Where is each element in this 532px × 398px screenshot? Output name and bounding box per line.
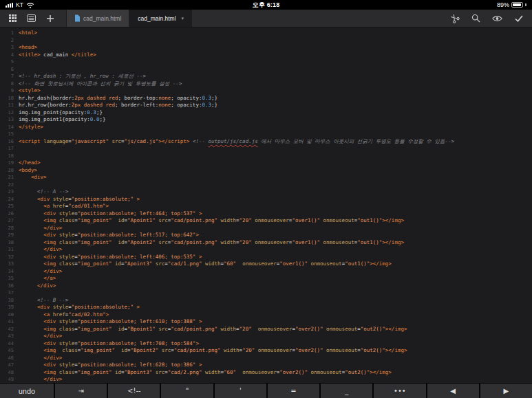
- key-move-left[interactable]: ◀: [427, 384, 479, 398]
- grid-icon[interactable]: [3, 10, 22, 27]
- key-tab[interactable]: ⇥: [55, 384, 107, 398]
- key-comment-open[interactable]: <!--: [108, 384, 160, 398]
- cellular-signal-icon: [6, 3, 13, 8]
- code-line-text: <!-- A -->: [19, 188, 68, 196]
- key-underscore[interactable]: _: [321, 384, 372, 398]
- preview-eye-icon[interactable]: [487, 10, 508, 27]
- code-line[interactable]: 39 <div style="position:absolute;" >: [0, 304, 532, 311]
- search-icon[interactable]: [465, 10, 487, 27]
- code-line[interactable]: 10hr.hr_dash{border:2px dashed red; bord…: [0, 95, 532, 102]
- code-line[interactable]: 22: [0, 181, 532, 189]
- code-line[interactable]: 18: [0, 153, 532, 160]
- code-line[interactable]: 45 <img class="img_point" id="Bpoint2" s…: [0, 347, 532, 355]
- line-number: 11: [0, 102, 19, 109]
- line-number: 24: [0, 196, 19, 203]
- line-number: 35: [0, 275, 19, 283]
- code-line[interactable]: 7<!-- hr_dash : 가로선 , hr_row : 세로선 -->: [0, 73, 532, 80]
- key-more[interactable]: •••: [374, 384, 425, 398]
- code-line[interactable]: 41 <div style="position:absolute; left:6…: [0, 318, 532, 326]
- code-line[interactable]: 11hr.hr_row{border:2px dashed red; borde…: [0, 102, 532, 109]
- key-single-quote[interactable]: ': [215, 384, 266, 398]
- code-line[interactable]: 20<body>: [0, 167, 532, 175]
- code-line[interactable]: 32 <div style="position:absolute; left:4…: [0, 254, 532, 261]
- scissors-icon[interactable]: [444, 10, 465, 27]
- code-line[interactable]: 29 <div style="position:absolute; left:5…: [0, 232, 532, 239]
- code-line[interactable]: 37: [0, 289, 532, 297]
- code-line[interactable]: 5: [0, 58, 532, 66]
- battery-icon: [511, 2, 523, 8]
- code-line-text: </style>: [19, 124, 43, 131]
- code-line[interactable]: 28 </div>: [0, 225, 532, 232]
- check-icon[interactable]: [508, 10, 529, 27]
- code-line[interactable]: 35 </a>: [0, 275, 532, 283]
- code-line[interactable]: 23 <!-- A -->: [0, 188, 532, 196]
- code-line[interactable]: 31 </div>: [0, 246, 532, 254]
- code-line[interactable]: 46 </div>: [0, 355, 532, 362]
- code-line[interactable]: 21 <div>: [0, 174, 532, 181]
- line-number: 31: [0, 246, 19, 254]
- tab-bar: cad_main.html cad_main.html ▾: [66, 10, 192, 27]
- code-line-text: </a>: [19, 275, 56, 283]
- code-line-text: </div>: [19, 268, 62, 276]
- code-line[interactable]: 14</style>: [0, 124, 532, 131]
- code-line[interactable]: 1<html>: [0, 30, 532, 37]
- code-line[interactable]: 47 <div style="position:absolute; left:6…: [0, 362, 532, 369]
- code-line[interactable]: 40 <a href="cad/02.htm">: [0, 311, 532, 319]
- code-line[interactable]: 30 <img class="img_point" id="Apoint2" s…: [0, 239, 532, 247]
- code-line-text: img.img_point1{opacity:0.0;}: [19, 116, 105, 124]
- code-line[interactable]: 43 </div>: [0, 333, 532, 340]
- code-line-text: <img class="img_point" id="Apoint1" src=…: [19, 217, 404, 225]
- code-line-text: <img class="img_point" id="Bpoint2" src=…: [19, 347, 407, 355]
- code-line[interactable]: 16<script language="javascript" src="js/…: [0, 138, 532, 146]
- code-line[interactable]: 44 <div style="position:absolute; left:7…: [0, 340, 532, 348]
- code-line[interactable]: 13img.img_point1{opacity:0.0;}: [0, 116, 532, 124]
- tab-cad-main-1[interactable]: cad_main.html: [66, 10, 129, 27]
- line-number: 44: [0, 340, 19, 348]
- add-tab-icon[interactable]: [41, 10, 59, 27]
- code-line-text: <div style="position:absolute;" >: [19, 196, 140, 203]
- file-list-icon[interactable]: [22, 10, 41, 27]
- code-line-text: </div>: [19, 225, 62, 232]
- line-number: 4: [0, 52, 19, 59]
- code-line[interactable]: 33 <img class="img_point" id="Apoint3" s…: [0, 261, 532, 268]
- code-line[interactable]: 26 <div style="position:absolute; left:4…: [0, 210, 532, 218]
- line-number: 38: [0, 297, 19, 305]
- code-line[interactable]: 24 <div style="position:absolute;" >: [0, 196, 532, 203]
- status-bar: KT 오후 6:18 89%: [0, 0, 532, 10]
- code-line[interactable]: 17: [0, 145, 532, 153]
- line-number: 40: [0, 311, 19, 319]
- code-line[interactable]: 12img.img_point{opacity:0.3;}: [0, 109, 532, 117]
- code-line[interactable]: 8<!-- 화면 첫로딩시에 아이콘과 선의 굵기 및 투명도를 설정 -->: [0, 80, 532, 88]
- code-line[interactable]: 36 </div>: [0, 283, 532, 290]
- code-line-text: hr.hr_dash{border:2px dashed red; border…: [19, 95, 217, 102]
- code-editor[interactable]: 1<html>23<head>4<title> cad_main </title…: [0, 27, 532, 383]
- code-line[interactable]: 4<title> cad_main </title>: [0, 52, 532, 59]
- code-line-text: </head>: [19, 159, 41, 167]
- key-move-right[interactable]: ▶: [480, 384, 532, 398]
- code-line[interactable]: 9<style>: [0, 87, 532, 95]
- code-line[interactable]: 38 <!-- B -->: [0, 297, 532, 305]
- code-line[interactable]: 48 <img class="img_point" id="Bpoint3" s…: [0, 369, 532, 377]
- key-double-quote[interactable]: ": [161, 384, 213, 398]
- line-number: 25: [0, 203, 19, 210]
- code-line[interactable]: 27 <img class="img_point" id="Apoint1" s…: [0, 217, 532, 225]
- line-number: 16: [0, 138, 19, 146]
- line-number: 9: [0, 87, 19, 95]
- status-clock: 오후 6:18: [253, 1, 280, 10]
- code-line[interactable]: 42 <img class="img_point" id="Bpoint1" s…: [0, 326, 532, 333]
- code-line[interactable]: 49 </div>: [0, 376, 532, 383]
- code-line[interactable]: 34 </div>: [0, 268, 532, 276]
- undo-button[interactable]: undo: [0, 384, 54, 398]
- code-line-text: <div style="position:absolute;" >: [19, 304, 140, 311]
- tab-cad-main-2-active[interactable]: cad_main.html ▾: [129, 10, 192, 27]
- code-line[interactable]: 19</head>: [0, 159, 532, 167]
- key-equals[interactable]: =: [268, 384, 319, 398]
- code-line[interactable]: 15: [0, 131, 532, 138]
- code-line[interactable]: 2: [0, 37, 532, 45]
- file-icon: [74, 14, 81, 22]
- code-line[interactable]: 6: [0, 66, 532, 74]
- line-number: 5: [0, 58, 19, 66]
- code-line-text: </div>: [19, 283, 56, 290]
- code-line[interactable]: 25 <a href="cad/01.htm">: [0, 203, 532, 210]
- code-line[interactable]: 3<head>: [0, 44, 532, 52]
